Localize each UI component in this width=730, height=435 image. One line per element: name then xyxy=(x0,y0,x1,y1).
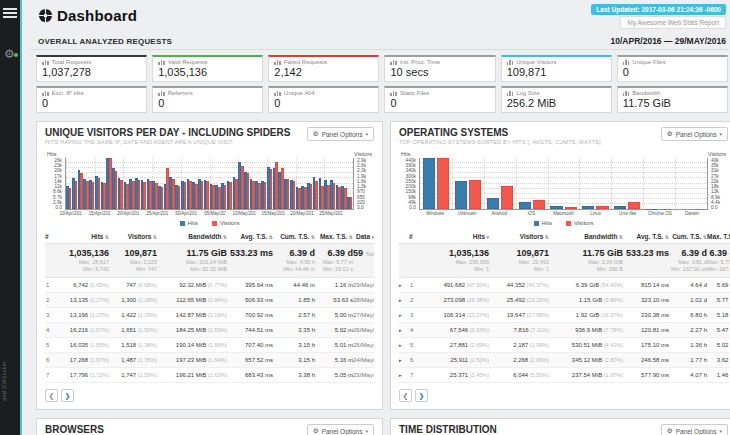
panel-options-button[interactable]: ⚙ Panel Options ▾ xyxy=(307,127,374,141)
column-header-max-t-s-[interactable]: Max. T.S. ⇅ xyxy=(315,233,353,240)
table-row[interactable]: 717,796 (1.72%)1,747 (1.59%)196.21 MiB (… xyxy=(45,368,374,383)
cell-hits: 491,682 (47.50%) xyxy=(421,282,489,288)
hamburger-menu-icon[interactable] xyxy=(3,8,17,18)
next-page-button[interactable]: ❯ xyxy=(61,389,74,402)
table-row[interactable]: ▸1491,682 (47.50%)44,352 (40.37%)6.39 Gi… xyxy=(399,278,730,293)
prev-page-button[interactable]: ❮ xyxy=(45,389,58,402)
stat-card-label: Unique Files xyxy=(623,59,722,65)
table-row[interactable]: ▸467,546 (6.53%)7,816 (7.11%)936.9 MiB (… xyxy=(399,323,730,338)
panel-title: TIME DISTRIBUTION xyxy=(399,424,497,435)
expand-row-icon[interactable]: ▸ xyxy=(399,297,409,303)
bar-group[interactable] xyxy=(611,158,643,209)
chevron-down-icon: ▾ xyxy=(719,428,722,434)
cell-visitors: 1,300 (1.18%) xyxy=(109,297,157,303)
stat-card-unique-404: Unique 4040 xyxy=(268,86,379,113)
bar-group[interactable] xyxy=(347,158,353,209)
table-row[interactable]: 313,196 (1.27%)1,422 (1.29%)142.87 MiB (… xyxy=(45,308,374,323)
column-header-visitors[interactable]: Visitors ⇅ xyxy=(109,233,157,240)
table-row[interactable]: ▸2273,098 (26.38%)25,492 (23.20%)1.15 Gi… xyxy=(399,293,730,308)
bar-group[interactable] xyxy=(420,158,452,209)
column-header-avg-t-s-[interactable]: Avg. T.S. ⇅ xyxy=(623,233,669,240)
bar-group[interactable] xyxy=(516,158,548,209)
bar-group[interactable] xyxy=(675,158,707,209)
table-header-row: #Hits ▾Visitors ⇅Bandwidth ⇅Avg. T.S. ⇅C… xyxy=(399,231,730,244)
x-tick: 25/Apr/201 xyxy=(146,211,168,216)
x-tick: 25/May/201 xyxy=(319,211,343,216)
expand-row-icon[interactable]: ▸ xyxy=(399,357,409,363)
x-tick: 05/May/20 xyxy=(204,211,225,216)
visitors-bar xyxy=(350,197,353,209)
stat-card-valid-requests: Valid Requests1,035,136 xyxy=(152,55,263,82)
legend-item[interactable]: Hits xyxy=(534,220,552,226)
column-header-visitors[interactable]: Visitors ⇅ xyxy=(489,233,549,240)
chart-legend[interactable]: HitsVisitors xyxy=(45,220,374,226)
panel-title: UNIQUE VISITORS PER DAY - INCLUDING SPID… xyxy=(45,127,290,138)
legend-item[interactable]: Visitors xyxy=(566,220,594,226)
table-row[interactable]: 213,135 (1.27%)1,300 (1.18%)112.65 MiB (… xyxy=(45,293,374,308)
column-header--[interactable]: # xyxy=(409,233,421,240)
x-axis-labels: WindowsUnknownAndroidiOSMacintoshLinuxUn… xyxy=(419,211,708,218)
cell-cum-ts: 1.85 h xyxy=(273,297,315,303)
cell-visitors: 747 (0.68%) xyxy=(109,282,157,288)
row-number: 1 xyxy=(45,282,57,288)
column-header-bandwidth[interactable]: Bandwidth ⇅ xyxy=(157,233,227,240)
settings-button[interactable]: ⚙ xyxy=(4,44,20,62)
panel-options-button[interactable]: ⚙ Panel Options ▾ xyxy=(661,424,728,435)
bar-chart-icon xyxy=(623,90,630,96)
overview-title: OVERALL ANALYZED REQUESTS xyxy=(38,37,172,46)
column-header-data[interactable]: Data ▾ xyxy=(353,233,374,240)
cell-bw: 936.9 MiB (7.78%) xyxy=(549,327,623,333)
hits-bar xyxy=(455,181,467,209)
column-header-bandwidth[interactable]: Bandwidth ⇅ xyxy=(549,233,623,240)
table-row[interactable]: ▸3106,314 (10.27%)19,647 (17.88%)1.92 Gi… xyxy=(399,308,730,323)
hits-bar xyxy=(423,158,435,209)
x-tick: 20/May/201 xyxy=(290,211,314,216)
column-header-cum-t-s-[interactable]: Cum. T.S. ⇅ xyxy=(669,233,707,240)
expand-row-icon[interactable]: ▸ xyxy=(399,342,409,348)
table-row[interactable]: ▸725,371 (2.45%)6,044 (5.50%)237.54 MiB … xyxy=(399,368,730,383)
expand-row-icon[interactable]: ▸ xyxy=(399,372,409,378)
cell-max-ts: 5.77 m xyxy=(707,297,730,303)
column-header-hits[interactable]: Hits ⇅ xyxy=(57,233,109,240)
table-row[interactable]: 617,268 (1.67%)1,487 (1.35%)197.23 MiB (… xyxy=(45,353,374,368)
table-row[interactable]: ▸625,911 (2.50%)2,268 (2.06%)345.12 MiB … xyxy=(399,353,730,368)
cell-hits: 13,196 (1.27%) xyxy=(57,312,109,318)
y-axis-left-ticks: 0.02.9k5.7k8.6k11k14k17k20k23k26k xyxy=(45,158,65,210)
stat-card-value: 2,142 xyxy=(274,66,373,78)
stat-card-label: Valid Requests xyxy=(158,59,257,65)
table-row[interactable]: 516,035 (1.55%)1,518 (1.38%)190.14 MiB (… xyxy=(45,338,374,353)
expand-row-icon[interactable]: ▸ xyxy=(399,327,409,333)
column-header-avg-t-s-[interactable]: Avg. T.S. ⇅ xyxy=(227,233,273,240)
bar-group[interactable] xyxy=(484,158,516,209)
cell-avg-ts: 395.64 ms xyxy=(227,282,273,288)
column-header--[interactable]: # xyxy=(45,233,57,240)
bar-group[interactable] xyxy=(548,158,580,209)
bar-group[interactable] xyxy=(452,158,484,209)
cell-bw: 1.15 GiB (9.80%) xyxy=(549,297,623,303)
table-row[interactable]: 416,216 (1.57%)1,651 (1.50%)184.25 MiB (… xyxy=(45,323,374,338)
panel-options-button[interactable]: ⚙ Panel Options ▾ xyxy=(307,424,374,435)
table-row[interactable]: 16,742 (0.65%)747 (0.68%)92.32 MiB (0.77… xyxy=(45,278,374,293)
legend-item[interactable]: Hits xyxy=(180,220,198,226)
chevron-down-icon: ▾ xyxy=(719,131,722,137)
cell-hits: 273,098 (26.38%) xyxy=(421,297,489,303)
panel-options-button[interactable]: ⚙ Panel Options ▾ xyxy=(661,127,728,141)
sort-desc-icon: ▾ xyxy=(370,234,374,240)
bar-group[interactable] xyxy=(643,158,675,209)
visitors-bar xyxy=(565,207,577,210)
column-header-max-t-s-[interactable]: Max. T.S. ⇅ xyxy=(707,233,730,240)
expand-row-icon[interactable]: ▸ xyxy=(399,312,409,318)
prev-page-button[interactable]: ❮ xyxy=(399,389,412,402)
cell-bw: 530.51 MiB (4.41%) xyxy=(549,342,623,348)
legend-item[interactable]: Visitors xyxy=(212,220,240,226)
stat-card-value: 0 xyxy=(42,97,141,109)
column-header-hits[interactable]: Hits ▾ xyxy=(421,233,489,240)
column-header-cum-t-s-[interactable]: Cum. T.S. ⇅ xyxy=(273,233,315,240)
table-row[interactable]: ▸527,881 (2.69%)2,187 (1.99%)530.51 MiB … xyxy=(399,338,730,353)
next-page-button[interactable]: ❯ xyxy=(415,389,428,402)
cell-visitors: 1,651 (1.50%) xyxy=(109,327,157,333)
chart-legend[interactable]: HitsVisitors xyxy=(399,220,728,226)
expand-row-icon[interactable]: ▸ xyxy=(399,282,409,288)
bar-group[interactable] xyxy=(579,158,611,209)
stat-card-total-requests: Total Requests1,037,278 xyxy=(36,55,147,82)
